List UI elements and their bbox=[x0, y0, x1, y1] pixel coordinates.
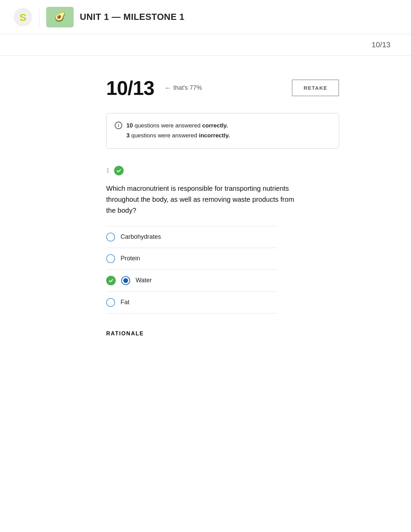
question-block: 1 Which macronutrient is responsible for… bbox=[106, 166, 339, 313]
info-box-row: i 10 questions were answered correctly. … bbox=[115, 121, 331, 141]
percent-label: that's 77% bbox=[173, 84, 202, 91]
correct-badge bbox=[114, 166, 124, 175]
correct-answer-indicator-water bbox=[106, 276, 116, 285]
info-line1-text: questions were answered bbox=[133, 122, 202, 129]
correct-count: 10 bbox=[126, 122, 133, 129]
svg-text:S: S bbox=[20, 12, 26, 23]
label-fat: Fat bbox=[121, 299, 129, 306]
score-big: 10/13 bbox=[106, 76, 154, 99]
header-title: UNIT 1 — MILESTONE 1 bbox=[80, 12, 185, 22]
question-text: Which macronutrient is responsible for t… bbox=[106, 183, 305, 216]
radio-protein[interactable] bbox=[106, 254, 115, 263]
info-line2-text: questions were answered bbox=[129, 132, 199, 139]
rationale-section: RATIONALE bbox=[106, 331, 339, 337]
header-score: 10/13 bbox=[372, 40, 390, 49]
info-text: 10 questions were answered correctly. 3 … bbox=[126, 121, 230, 141]
radio-carbohydrates[interactable] bbox=[106, 233, 115, 242]
retake-button[interactable]: RETAKE bbox=[292, 79, 339, 96]
radio-water[interactable] bbox=[121, 276, 130, 285]
page-header: S 🥑 UNIT 1 — MILESTONE 1 bbox=[0, 0, 411, 34]
info-line-1: 10 questions were answered correctly. bbox=[126, 121, 230, 131]
main-content: 10/13 ← that's 77% RETAKE i 10 questions… bbox=[58, 56, 353, 357]
info-box: i 10 questions were answered correctly. … bbox=[106, 113, 339, 149]
option-protein[interactable]: Protein bbox=[106, 248, 277, 269]
radio-fat[interactable] bbox=[106, 298, 115, 307]
option-carbohydrates[interactable]: Carbohydrates bbox=[106, 226, 277, 248]
question-header: 1 bbox=[106, 166, 339, 175]
score-bar: 10/13 bbox=[0, 34, 411, 56]
arrow-icon: ← bbox=[164, 84, 171, 92]
score-label: ← that's 77% bbox=[164, 84, 202, 92]
option-water[interactable]: Water bbox=[106, 269, 277, 292]
question-number: 1 bbox=[106, 167, 109, 174]
unit-thumbnail: 🥑 bbox=[46, 7, 74, 27]
rationale-title: RATIONALE bbox=[106, 331, 339, 337]
score-section: 10/13 ← that's 77% RETAKE bbox=[106, 76, 339, 99]
label-protein: Protein bbox=[121, 255, 140, 262]
info-icon: i bbox=[115, 122, 122, 129]
logo: S bbox=[14, 8, 32, 26]
label-water: Water bbox=[136, 277, 152, 284]
incorrectly-label: incorrectly. bbox=[199, 132, 230, 139]
info-line-2: 3 questions were answered incorrectly. bbox=[126, 131, 230, 141]
label-carbohydrates: Carbohydrates bbox=[121, 233, 161, 240]
option-fat[interactable]: Fat bbox=[106, 292, 277, 313]
header-divider bbox=[39, 8, 39, 26]
correctly-label: correctly. bbox=[202, 122, 228, 129]
options-list: Carbohydrates Protein Water Fa bbox=[106, 226, 277, 313]
